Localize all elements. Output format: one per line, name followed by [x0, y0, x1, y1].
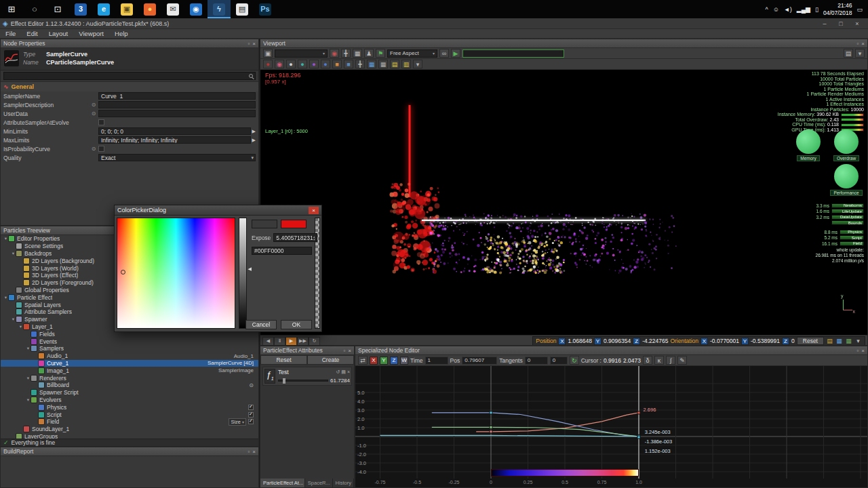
refresh-icon[interactable]: ↻	[570, 356, 579, 365]
close-panel-icon[interactable]: ×	[861, 41, 865, 47]
crosshair-icon[interactable]: ╋	[341, 49, 351, 58]
material-red-icon[interactable]: ●	[263, 60, 273, 68]
frame-field[interactable]: 0	[550, 357, 568, 365]
slider-thumb[interactable]	[283, 378, 285, 384]
property-value-field[interactable]: Curve_1	[98, 92, 256, 100]
color-gradient-bar[interactable]	[491, 469, 639, 476]
sphere-white-icon[interactable]: ●	[286, 60, 296, 68]
volume-icon[interactable]: ◄)	[784, 6, 792, 13]
orientation-z-chip[interactable]: Z	[782, 338, 789, 345]
reset-property-icon[interactable]: ⊙	[92, 102, 96, 108]
reset-property-icon[interactable]: ⊙	[92, 110, 96, 117]
taskbar-task-view[interactable]: ⊡	[46, 0, 69, 18]
attribute-slider[interactable]	[278, 380, 328, 382]
tab-particleeffect-at[interactable]: ParticleEffect At...	[260, 479, 305, 487]
buildreport-header[interactable]: BuildReport ▫×	[1, 447, 258, 456]
maximize-button[interactable]: □	[833, 20, 849, 27]
expand-icon[interactable]: ▶	[252, 138, 256, 143]
expander-icon[interactable]: ▾	[10, 251, 16, 256]
taskbar-start[interactable]: ⊞	[0, 0, 23, 18]
property-checkbox[interactable]	[98, 119, 104, 125]
reset-button[interactable]: Reset	[260, 355, 307, 365]
taskbar-effect-editor[interactable]: ϟ	[208, 0, 231, 18]
taskbar-search[interactable]: ○	[23, 0, 46, 18]
dropdown-arrow-icon[interactable]: ▾	[251, 155, 254, 161]
aspect-ratio-select[interactable]: Free Aspect▾	[387, 49, 437, 58]
people-icon[interactable]: ☺	[773, 6, 779, 13]
menu-help[interactable]: Help	[109, 30, 134, 37]
viewport-canvas-area[interactable]: Fps: 918.296 [0.957 x] Layer_1 [r0] : 50…	[260, 70, 867, 335]
expander-icon[interactable]: ▾	[25, 375, 31, 381]
prev-frame-button[interactable]: ◀	[262, 337, 274, 346]
spinner-arrows-icon[interactable]: ▴▾	[313, 235, 315, 241]
flag-icon[interactable]: ⚑	[376, 49, 385, 58]
kappa-icon[interactable]: κ	[654, 356, 664, 365]
property-value-field[interactable]: 0; 0; 0; 0	[98, 127, 251, 135]
tree-checkbox[interactable]	[248, 412, 254, 418]
expander-icon[interactable]: ▾	[3, 295, 9, 300]
tree-item-script[interactable]: Script	[1, 411, 258, 418]
network-icon[interactable]: ▂▄▆	[797, 6, 810, 13]
tree-item-samplers[interactable]: ▾Samplers	[1, 345, 258, 352]
camera-select[interactable]: ▾	[275, 49, 328, 58]
property-value-field[interactable]	[98, 110, 256, 117]
size-dropdown[interactable]: Size▾	[229, 418, 246, 426]
ok-button[interactable]: OK	[281, 320, 312, 329]
tree-item-curve-1[interactable]: Curve_1SamplerCurve [4D]	[1, 360, 258, 367]
close-panel-icon[interactable]: ×	[252, 41, 256, 47]
loop-range-icon[interactable]: ∞	[439, 49, 449, 58]
tangents-field[interactable]: 0	[525, 357, 548, 365]
menu-layout[interactable]: Layout	[43, 30, 74, 37]
grid-gray-icon[interactable]: ▦	[378, 60, 388, 68]
taskbar-file-explorer[interactable]: ▣	[115, 0, 138, 18]
close-panel-icon[interactable]: ×	[861, 348, 865, 354]
expander-icon[interactable]: ▾	[18, 324, 24, 329]
display-options-icon[interactable]: ▾	[413, 60, 422, 68]
curve-editor-canvas[interactable]	[355, 366, 867, 479]
tab-history[interactable]: History	[333, 479, 354, 487]
curve-point[interactable]	[490, 430, 492, 433]
curve-point[interactable]	[637, 436, 640, 439]
hud-options-icon[interactable]: ▾	[854, 337, 862, 346]
next-frame-button[interactable]: ▶▶	[297, 337, 309, 346]
viewport-header[interactable]: Viewport ▫×	[260, 39, 867, 48]
menu-edit[interactable]: Edit	[21, 30, 43, 37]
tree-item-field[interactable]: FieldSize▾	[1, 418, 258, 426]
taskbar-mail[interactable]: ✉	[161, 0, 184, 18]
tree-item-events[interactable]: Events	[1, 338, 258, 345]
record-icon[interactable]: ◉	[330, 49, 339, 58]
float-panel-icon[interactable]: ▫	[343, 348, 345, 354]
float-panel-icon[interactable]: ▫	[248, 449, 250, 455]
tree-item-audio-1[interactable]: Audio_1Audio_1	[1, 352, 258, 360]
chevron-up-icon[interactable]: ^	[765, 6, 768, 13]
pause-button[interactable]: Ⅱ	[274, 337, 285, 346]
grid-blue-icon[interactable]: ▦	[367, 60, 376, 68]
more-options-icon[interactable]: ▾	[855, 49, 865, 58]
taskbar-app-3[interactable]: 3	[69, 0, 92, 18]
minimize-button[interactable]: –	[816, 20, 833, 27]
float-panel-icon[interactable]: ▫	[248, 41, 250, 47]
integral-icon[interactable]: ∫	[666, 356, 675, 365]
tree-item-spawner-script[interactable]: Spawner Script	[1, 389, 258, 396]
tree-item-layergroups[interactable]: LayerGroups	[1, 433, 258, 439]
play-sim-icon[interactable]: ▶	[451, 49, 460, 58]
taskbar-maps[interactable]: ◉	[184, 0, 208, 18]
ruler-icon[interactable]: ▥	[401, 60, 411, 68]
expander-icon[interactable]: ▾	[10, 317, 16, 322]
curve-point[interactable]	[490, 411, 492, 414]
expose-field[interactable]: 5.4005718231 ▴▾	[273, 233, 317, 242]
pos-field[interactable]: 0.79607	[462, 357, 497, 365]
action-center-icon[interactable]: ▭	[856, 6, 863, 13]
swap-axes-icon[interactable]: ⇄	[358, 356, 368, 365]
wireframe-icon[interactable]: ◉	[275, 60, 284, 68]
tree-item-image-1[interactable]: Image_1SamplerImage	[1, 367, 258, 374]
stats-toggle-icon[interactable]: ▤	[826, 337, 833, 346]
time-field[interactable]: 1	[425, 357, 448, 365]
sphere-purple-icon[interactable]: ●	[309, 60, 319, 68]
grid-toggle-2-icon[interactable]: ▦	[835, 337, 843, 346]
property-value-field[interactable]: Infinity; Infinity; Infinity; Infinity	[98, 136, 251, 144]
dialog-close-button[interactable]: ×	[309, 207, 319, 214]
orientation-x-chip[interactable]: X	[701, 338, 708, 345]
timeline-field[interactable]	[462, 49, 564, 58]
play-button[interactable]: ▶	[285, 337, 297, 346]
